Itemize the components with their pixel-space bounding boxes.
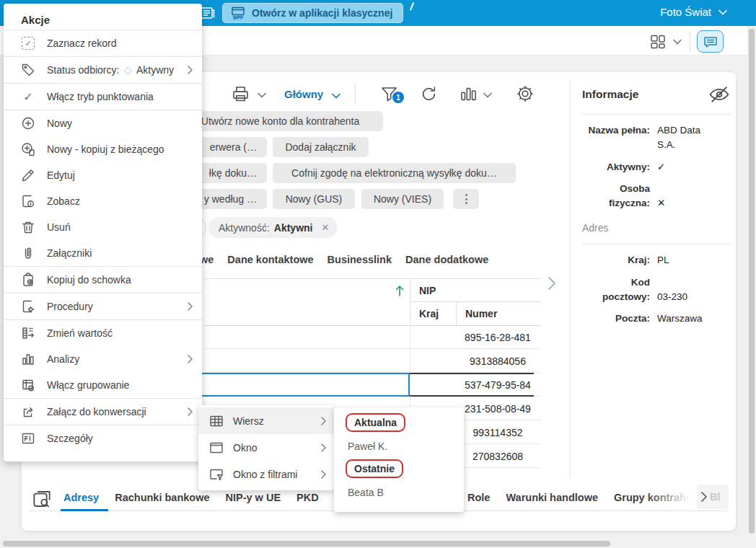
divider [582, 114, 731, 115]
tab-pkd[interactable]: PKD [296, 492, 319, 503]
tab-rachunki-bankowe[interactable]: Rachunki bankowe [115, 492, 209, 503]
field-label: Kraj: [582, 253, 650, 268]
clipboard-copy-icon [19, 271, 37, 288]
preview-list-icon[interactable] [30, 487, 53, 511]
active-tab-underline [61, 509, 108, 511]
profile-selector[interactable]: Główny [284, 88, 323, 100]
divider [690, 32, 690, 50]
analytics-chevron-icon[interactable] [483, 92, 492, 98]
menu-item-edytuj[interactable]: Edytuj [4, 162, 202, 188]
analytics-icon[interactable] [459, 84, 478, 104]
tab-role[interactable]: Role [467, 492, 490, 503]
hidden-tab-fragment: Bl [710, 491, 721, 503]
details-icon [19, 430, 37, 447]
tab-nipy-w-ue[interactable]: NIP-y w UE [226, 492, 281, 503]
tab-dane-dodatkowe[interactable]: Dane dodatkowe [405, 254, 488, 265]
submenu-item-wiersz[interactable]: Wiersz [198, 407, 334, 434]
menu-item-zalacz-do-konwersacji[interactable]: Załącz do konwersacji [4, 399, 202, 425]
open-classic-app-button[interactable]: WPF Otwórz w aplikacji klasycznej [222, 3, 403, 23]
sort-ascending-icon[interactable] [394, 284, 405, 297]
bottom-tabs-left: Adresy Rachunki bankowe NIP-y w UE PKD O… [63, 492, 349, 503]
eye-off-icon[interactable] [708, 85, 731, 104]
chat-button[interactable] [697, 30, 724, 53]
menu-item-usun[interactable]: Usuń [4, 214, 202, 240]
users-submenu: Aktualna Paweł K. Ostatnie Beata B [334, 407, 464, 512]
divider [582, 244, 731, 244]
group-header-ostatnie: Ostatnie [346, 459, 403, 478]
submenu-item-okno[interactable]: Okno [198, 434, 334, 461]
grid-layout-icon [649, 33, 667, 50]
menu-item-status-odbiorcy[interactable]: Status odbiorcy: ◇ Aktywny [4, 57, 202, 83]
bar-chart-icon [19, 350, 37, 368]
chip-value: Aktywni [274, 222, 313, 234]
menu-item-nowy[interactable]: Nowy [4, 110, 202, 136]
vertical-scrollbar-thumb[interactable] [749, 29, 755, 534]
wpf-badge-slot: WPF [233, 15, 243, 20]
tab-dane-kontaktowe[interactable]: Dane kontaktowe [227, 254, 313, 265]
column-header-numer[interactable]: Numer [456, 302, 541, 325]
column-header-nip[interactable]: NIP [410, 279, 541, 302]
menu-item-zaznacz-rekord[interactable]: ✓ Zaznacz rekord [4, 30, 202, 56]
field-value: Warszawa [657, 311, 709, 326]
menu-item-zobacz[interactable]: Zobacz [4, 188, 202, 214]
doc-gear-icon [19, 298, 37, 315]
revoke-consent-button[interactable]: Cofnij zgodę na elektroniczną wysyłkę do… [273, 163, 516, 183]
paperclip-icon [19, 244, 37, 262]
open-classic-app-label: Otwórz w aplikacji klasycznej [252, 7, 392, 19]
menu-item-zmien-wartosc[interactable]: Zmień wartość [4, 320, 202, 346]
chevron-right-icon [700, 491, 708, 503]
menu-item-wlacz-grupowanie[interactable]: Włącz grupowanie [4, 372, 202, 398]
tab-adresy[interactable]: Adresy [63, 492, 99, 503]
menu-item-szczegoly[interactable]: Szczegóły [4, 425, 202, 451]
nip-number: 895-16-28-481 [456, 325, 540, 349]
print-icon[interactable] [231, 84, 250, 104]
window-filter-icon [208, 467, 224, 482]
table-row[interactable]: 895-16-28-481 [204, 325, 541, 349]
x-icon: ✕ [657, 196, 709, 211]
chip-close-icon[interactable]: ✕ [322, 222, 330, 233]
menu-item-wlacz-tryb-punktowania[interactable]: ✓ Włącz tryb punktowania [4, 84, 202, 110]
new-vies-button[interactable]: Nowy (VIES) [361, 189, 444, 209]
field-value: ABD Data S.A. [657, 123, 709, 153]
table-row[interactable]: 9313884056 [204, 349, 541, 373]
tabs-fade-overlay [646, 485, 698, 509]
menu-item-procedury[interactable]: Procedury [4, 293, 202, 319]
menu-item-zalaczniki[interactable]: Załączniki [4, 240, 202, 266]
menu-item-analizy[interactable]: Analizy [4, 346, 202, 372]
field-value: 03-230 [657, 290, 709, 304]
activity-filter-chip[interactable]: Aktywność: Aktywni ✕ [208, 217, 338, 238]
field-label: Osoba fizyczna: [582, 182, 650, 211]
cursor-mark [410, 2, 414, 11]
info-panel-title: Informacje [582, 88, 638, 101]
more-actions-button[interactable] [453, 189, 479, 209]
copy-plus-icon [19, 141, 37, 158]
company-name: Foto Świat [660, 6, 711, 18]
profile-chevron-icon[interactable] [332, 93, 340, 99]
submenu-item-okno-z-filtrami[interactable]: Okno z filtrami [198, 461, 334, 487]
new-gus-button[interactable]: Nowy (GUS) [273, 189, 355, 209]
detail-tabs: we Dane kontaktowe Businesslink Dane dod… [200, 254, 488, 265]
panel-collapse-chevron-icon[interactable] [546, 275, 558, 291]
menu-item-nowy-kopiuj[interactable]: Nowy - kopiuj z bieżącego [4, 136, 202, 162]
user-item[interactable]: Paweł K. [346, 436, 464, 459]
layout-switcher[interactable] [649, 33, 682, 50]
settings-gear-icon[interactable] [515, 84, 535, 104]
menu-item-kopiuj-do-schowka[interactable]: Kopiuj do schowka [4, 267, 202, 293]
tab-businesslink[interactable]: Businesslink [328, 254, 392, 265]
create-account-button[interactable]: Utwórz nowe konto dla kontrahenta [177, 111, 383, 131]
company-menu[interactable]: Foto Świat [660, 6, 727, 18]
horizontal-scrollbar-thumb[interactable] [3, 541, 610, 547]
chevron-down-icon [718, 9, 727, 15]
tab-warunki-handlowe[interactable]: Warunki handlowe [506, 492, 598, 503]
user-item[interactable]: Beata B [346, 482, 464, 505]
field-label: Aktywny: [582, 160, 650, 174]
refresh-icon[interactable] [419, 84, 439, 104]
tabs-scroll-right-button[interactable]: Bl [697, 485, 729, 509]
tag-icon [19, 61, 37, 79]
add-attachment-button[interactable]: Dodaj załącznik [273, 137, 369, 157]
print-options-chevron-icon[interactable] [258, 92, 266, 98]
column-header-kraj[interactable]: Kraj [410, 302, 456, 325]
submenu-chevron-icon [187, 65, 193, 75]
submenu-chevron-icon [320, 469, 327, 480]
chip-label: Aktywność: [219, 222, 270, 234]
